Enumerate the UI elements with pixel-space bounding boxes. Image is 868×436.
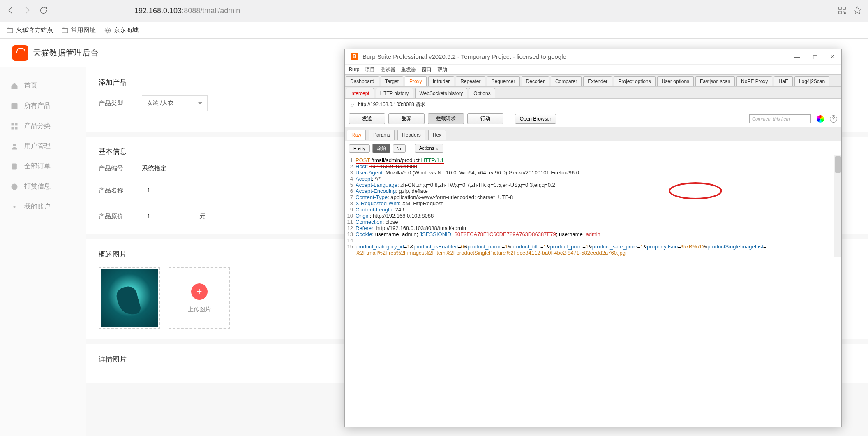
svg-point-16	[14, 206, 16, 208]
label-type: 产品类型	[99, 100, 142, 107]
svg-rect-7	[12, 123, 14, 125]
tab-repeater[interactable]: Repeater	[456, 76, 485, 86]
burp-titlebar[interactable]: Burp Suite Professional v2020.9.2 - Temp…	[345, 49, 841, 65]
tab-project-options[interactable]: Project options	[614, 76, 655, 86]
bookmark-item[interactable]: 常用网址	[61, 26, 96, 34]
tab-target[interactable]: Target	[381, 76, 403, 86]
tab-decoder[interactable]: Decoder	[522, 76, 549, 86]
svg-point-11	[13, 144, 16, 146]
sidebar-item-orders[interactable]: 全部订单	[0, 156, 86, 176]
burp-sub-tabs: InterceptHTTP historyWebSockets historyO…	[345, 87, 841, 99]
reload-button[interactable]	[39, 6, 48, 16]
subtab-http-history[interactable]: HTTP history	[376, 88, 413, 98]
close-button[interactable]: ✕	[830, 53, 835, 60]
label-price: 产品原价	[99, 213, 142, 220]
sidebar: 首页 所有产品 产品分类 用户管理 全部订单 打赏信息 我的账户	[0, 67, 86, 436]
burp-window: Burp Suite Professional v2020.9.2 - Temp…	[344, 49, 842, 427]
color-picker-icon[interactable]	[817, 115, 824, 123]
tab-dashboard[interactable]: Dashboard	[346, 76, 379, 86]
bookmark-item[interactable]: 京东商城	[104, 26, 139, 34]
value-id: 系统指定	[142, 165, 166, 172]
tab-intruder[interactable]: Intruder	[428, 76, 454, 86]
minimize-button[interactable]: —	[794, 53, 800, 60]
svg-rect-3	[843, 7, 845, 9]
tab-hae[interactable]: HaE	[774, 76, 792, 86]
tab-sequencer[interactable]: Sequencer	[487, 76, 520, 86]
sidebar-item-category[interactable]: 产品分类	[0, 116, 86, 136]
forward-button[interactable]	[23, 6, 32, 16]
sidebar-item-home[interactable]: 首页	[0, 76, 86, 96]
drop-button[interactable]: 丢弃	[388, 113, 425, 124]
bookmarks-bar: 火狐官方站点 常用网址 京东商城	[0, 22, 868, 39]
burp-view-tabs: RawParamsHeadersHex	[345, 127, 841, 141]
request-body[interactable]: 1POST /tmall/admin/product HTTP/1.12Host…	[345, 155, 841, 257]
label-id: 产品编号	[99, 165, 142, 172]
tab-comparer[interactable]: Comparer	[551, 76, 582, 86]
svg-rect-9	[12, 127, 14, 129]
product-image-thumb[interactable]	[99, 267, 160, 329]
comment-input[interactable]: Comment this item	[749, 114, 811, 123]
bookmark-item[interactable]: 火狐官方站点	[6, 26, 53, 34]
maximize-button[interactable]: ◻	[813, 53, 817, 60]
tab-log4j2scan[interactable]: Log4j2Scan	[794, 76, 829, 86]
browser-toolbar: 192.168.0.103:8088/tmall/admin	[0, 0, 868, 22]
svg-rect-4	[839, 11, 841, 13]
unit-yuan: 元	[199, 212, 206, 221]
svg-rect-8	[15, 123, 18, 125]
sidebar-item-donate[interactable]: 打赏信息	[0, 176, 86, 197]
scrollbar[interactable]	[834, 155, 841, 257]
burp-main-tabs: DashboardTargetProxyIntruderRepeaterSequ…	[345, 74, 841, 87]
svg-rect-6	[12, 103, 18, 109]
raw-toggle[interactable]: 原始	[372, 144, 390, 153]
burp-toggle-bar: Pretty 原始 \n Actions ⌄	[345, 141, 841, 155]
burp-logo-icon	[351, 53, 358, 60]
actions-dropdown[interactable]: Actions ⌄	[415, 144, 443, 153]
viewtab-headers[interactable]: Headers	[397, 130, 425, 140]
viewtab-hex[interactable]: Hex	[428, 130, 446, 140]
sidebar-item-account[interactable]: 我的账户	[0, 197, 86, 217]
input-name[interactable]	[142, 183, 195, 198]
tab-proxy[interactable]: Proxy	[405, 76, 427, 86]
tab-nope-proxy[interactable]: NoPE Proxy	[736, 76, 772, 86]
logo-icon	[12, 45, 28, 61]
pretty-toggle[interactable]: Pretty	[349, 144, 370, 153]
burp-action-bar: 发送 丢弃 拦截请求 行动 Open Browser Comment this …	[345, 111, 841, 127]
viewtab-params[interactable]: Params	[369, 130, 395, 140]
subtab-websockets-history[interactable]: WebSockets history	[415, 88, 468, 98]
back-button[interactable]	[6, 6, 15, 16]
select-type[interactable]: 女装 /大衣	[142, 95, 208, 111]
tab-fastjson-scan[interactable]: Fastjson scan	[695, 76, 735, 86]
svg-rect-12	[12, 163, 17, 169]
upload-image-button[interactable]: + 上传图片	[169, 267, 230, 329]
subtab-intercept[interactable]: Intercept	[346, 88, 374, 98]
plus-icon: +	[191, 283, 208, 300]
burp-title: Burp Suite Professional v2020.9.2 - Temp…	[362, 53, 566, 60]
burp-request-info: http://192.168.0.103:8088 请求	[345, 99, 841, 111]
qr-icon[interactable]	[838, 6, 847, 16]
upload-label: 上传图片	[188, 306, 211, 313]
viewtab-raw[interactable]: Raw	[347, 130, 366, 140]
open-browser-button[interactable]: Open Browser	[515, 114, 556, 124]
bookmark-star-icon[interactable]	[853, 6, 862, 16]
sidebar-item-users[interactable]: 用户管理	[0, 136, 86, 156]
intercept-button[interactable]: 拦截请求	[428, 113, 464, 124]
burp-menubar[interactable]: Burp项目测试器重发器窗口帮助	[345, 65, 841, 74]
action-button[interactable]: 行动	[467, 113, 503, 124]
tab-extender[interactable]: Extender	[583, 76, 612, 86]
subtab-options[interactable]: Options	[469, 88, 495, 98]
label-name: 产品名称	[99, 187, 142, 195]
svg-rect-10	[15, 127, 18, 129]
url-bar[interactable]: 192.168.0.103:8088/tmall/admin	[134, 7, 240, 15]
input-price[interactable]	[142, 209, 195, 224]
send-button[interactable]: 发送	[349, 113, 385, 124]
sidebar-item-products[interactable]: 所有产品	[0, 96, 86, 116]
help-icon[interactable]: ?	[830, 115, 837, 123]
newline-toggle[interactable]: \n	[393, 144, 406, 153]
tab-user-options[interactable]: User options	[657, 76, 694, 86]
app-title: 天猫数据管理后台	[33, 47, 99, 58]
svg-rect-2	[839, 7, 841, 9]
